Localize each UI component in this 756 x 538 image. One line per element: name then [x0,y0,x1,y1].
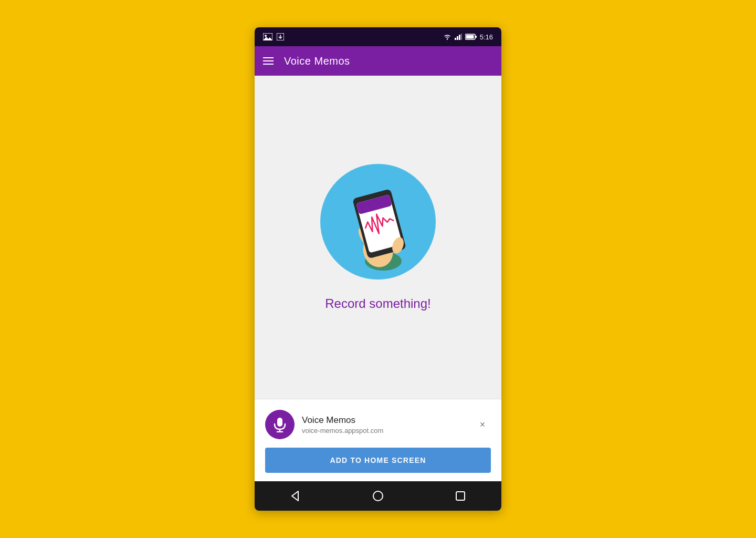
add-to-home-button[interactable]: ADD TO HOME SCREEN [265,448,491,473]
svg-rect-7 [459,35,460,40]
record-illustration [331,169,425,274]
back-icon [290,490,301,502]
bottom-sheet: Voice Memos voice-memos.appspot.com × AD… [255,399,501,481]
svg-rect-10 [475,36,477,38]
microphone-icon [272,417,288,432]
svg-rect-22 [277,418,282,427]
svg-rect-11 [466,35,474,39]
bottom-sheet-app-name: Voice Memos [302,415,383,426]
app-name-section: Voice Memos voice-memos.appspot.com [302,415,383,434]
svg-rect-5 [455,38,456,40]
svg-point-1 [265,35,267,37]
hamburger-menu-button[interactable] [263,57,274,65]
status-bar-right: 5:16 [443,33,493,41]
signal-icon [455,34,462,40]
empty-state-text: Record something! [325,296,430,311]
svg-point-4 [446,38,447,39]
home-button[interactable] [365,483,391,509]
illustration-circle [320,164,436,280]
main-content: Record something! [255,76,501,399]
app-icon [265,410,295,439]
nav-bar [255,481,501,511]
recent-apps-button[interactable] [448,483,473,509]
close-button[interactable]: × [474,416,491,433]
image-status-icon [263,33,272,40]
back-button[interactable] [283,483,308,509]
svg-rect-8 [461,34,462,40]
svg-rect-27 [456,492,465,500]
status-bar-left [263,33,284,40]
svg-marker-25 [292,491,298,501]
phone-frame: 5:16 Voice Memos [255,27,501,511]
home-icon [372,490,384,502]
recent-icon [455,491,466,501]
bottom-sheet-header: Voice Memos voice-memos.appspot.com × [265,410,491,439]
status-bar: 5:16 [255,27,501,46]
app-bar: Voice Memos [255,46,501,76]
svg-point-26 [373,491,383,501]
wifi-icon [443,34,452,40]
app-info: Voice Memos voice-memos.appspot.com [265,410,383,439]
battery-icon [465,34,477,40]
status-time: 5:16 [480,33,493,41]
svg-rect-6 [457,36,458,40]
app-title: Voice Memos [284,55,350,67]
download-status-icon [277,33,284,40]
bottom-sheet-app-url: voice-memos.appspot.com [302,427,383,434]
